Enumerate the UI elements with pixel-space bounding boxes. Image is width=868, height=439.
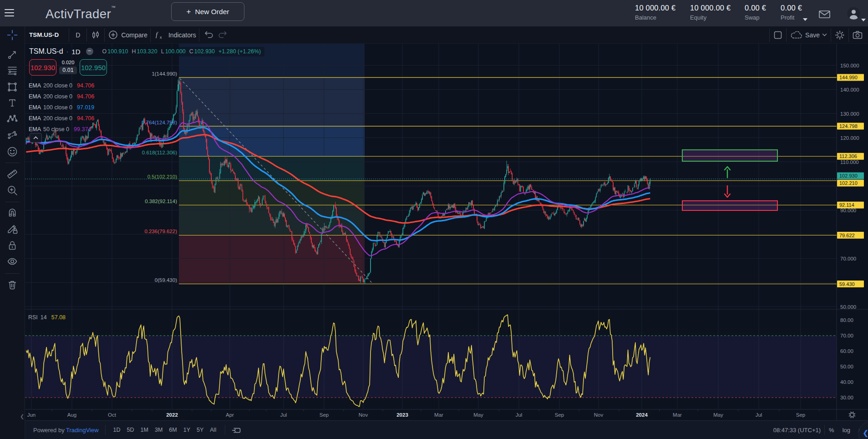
indicator-value: 99.374 (74, 126, 91, 133)
indicator-name: EMA (29, 104, 41, 111)
layout-button[interactable] (770, 26, 786, 44)
range-1y[interactable]: 1Y (181, 425, 193, 434)
save-button[interactable]: Save (787, 31, 831, 39)
ohlc-key: L (161, 48, 164, 55)
cloud-icon (791, 31, 803, 39)
go-to-date-button[interactable] (232, 426, 241, 434)
chart-style-button[interactable] (87, 26, 104, 44)
timeframe-button[interactable]: D (69, 26, 86, 44)
legend-symbol[interactable]: TSM.US-d (29, 47, 63, 56)
time-tick: 2024 (636, 412, 648, 418)
range-6m[interactable]: 6M (166, 425, 179, 434)
tool-trend-line-icon[interactable]: .s{stroke:#8b93a0;fill:none;stroke-width… (6, 48, 19, 61)
tool-zoom-in-icon[interactable]: .s{stroke:#8b93a0;fill:none;stroke-width… (6, 184, 19, 197)
rsi-band (25, 336, 837, 398)
time-tick: Jul (516, 412, 523, 418)
price-tick: 140.000 (840, 87, 859, 92)
stat-value: 10 000.00 € (635, 4, 675, 12)
axis-price-label: 79.622 (839, 233, 855, 238)
hide-indicator-icon[interactable]: − (86, 48, 93, 55)
profit-caret-icon[interactable] (803, 18, 807, 21)
tool-draw-lock-icon[interactable]: .s{stroke:#8b93a0;fill:none;stroke-width… (6, 222, 19, 235)
quote-panel: 102.930 0.020 0.01 102.950 (29, 59, 107, 76)
sell-bid-button[interactable]: 102.930 (29, 59, 56, 76)
chevron-up-icon (33, 136, 38, 139)
price-tick: 110.000 (840, 159, 859, 165)
mail-icon[interactable] (819, 10, 830, 20)
symbol-toolbar: TSM.US-D D Compare fx Indicators (25, 26, 868, 44)
indicator-value: 94.706 (77, 115, 94, 122)
tick-value: 0.01 (59, 66, 76, 74)
ohlc-value: 100.000 (165, 48, 186, 55)
tool-remove-all-icon[interactable]: .s{stroke:#8b93a0;fill:none;stroke-width… (6, 278, 19, 291)
time-tick: Aug (67, 412, 76, 418)
chart-footer: Powered by TradingView 1D5D1M3M6M1Y5YAll… (25, 420, 868, 439)
chart-settings-button[interactable] (831, 26, 848, 44)
indicator-params: 50 close 0 (43, 126, 69, 133)
account-stat-equity: 10 000.00 €Equity (690, 4, 731, 21)
tool-xabcd-pattern-icon[interactable]: .s{stroke:#8b93a0;fill:none;stroke-width… (6, 112, 19, 125)
time-tick: Jun (27, 412, 36, 418)
buy-ask-button[interactable]: 102.950 (80, 59, 107, 76)
log-scale-button[interactable]: log (838, 427, 854, 434)
undo-button[interactable] (199, 26, 216, 44)
hamburger-menu-icon[interactable] (5, 9, 14, 16)
range-5y[interactable]: 5Y (194, 425, 206, 434)
tool-magnet-icon[interactable]: .s{stroke:#8b93a0;fill:none;stroke-width… (6, 206, 19, 219)
indicators-button[interactable]: fx Indicators (151, 26, 199, 44)
ohlc-key: C (189, 48, 193, 55)
redo-button[interactable] (216, 26, 232, 44)
price-chart[interactable]: 1(144.990)0.764(124.798)0.618(112.306)0.… (25, 44, 868, 423)
supply-zone (682, 150, 777, 161)
time-tick: Apr (226, 412, 234, 418)
indicator-row[interactable]: EMA100 close 097.019 (29, 102, 94, 113)
range-1d[interactable]: 1D (111, 425, 123, 434)
chart-legend: TSM.US-d · 1D − O100.910H103.320L100.000… (27, 47, 264, 56)
price-tick: 150.000 (840, 63, 859, 68)
tool-text-icon[interactable]: .s{stroke:#8b93a0;fill:none;stroke-width… (6, 97, 19, 109)
stat-value: 0.00 € (781, 4, 802, 12)
indicator-legend: EMA200 close 094.706EMA200 close 094.706… (29, 80, 94, 135)
legend-timeframe: 1D (71, 48, 80, 56)
avatar-caret-icon[interactable] (861, 19, 866, 21)
axis-price-label: 144.990 (839, 75, 858, 80)
time-tick: Mar (434, 412, 443, 418)
legend-change: +1.280 (+1.26%) (218, 48, 261, 55)
range-1m[interactable]: 1M (138, 425, 151, 434)
range-3m[interactable]: 3M (152, 425, 165, 434)
tradingview-link[interactable]: TradingView (66, 427, 99, 434)
rsi-tick: 50.00 (840, 364, 853, 369)
rsi-tick: 60.00 (840, 348, 853, 354)
compare-plus-icon (108, 30, 118, 40)
tool-lock-all-icon[interactable]: .s{stroke:#8b93a0;fill:none;stroke-width… (6, 239, 19, 252)
range-5d[interactable]: 5D (124, 425, 137, 434)
tool-emoji-icon[interactable]: .s{stroke:#8b93a0;fill:none;stroke-width… (6, 145, 19, 158)
stat-label: Balance (635, 14, 675, 21)
indicator-row[interactable]: EMA200 close 094.706 (29, 91, 94, 102)
indicator-value: 97.019 (77, 104, 94, 111)
tool-shapes-icon[interactable]: .s{stroke:#8b93a0;fill:none;stroke-width… (6, 81, 19, 93)
tool-forecast-icon[interactable]: .s{stroke:#8b93a0;fill:none;stroke-width… (6, 129, 19, 142)
symbol-search-button[interactable]: TSM.US-D (25, 26, 69, 44)
collapse-legend-button[interactable] (30, 133, 42, 143)
indicator-row[interactable]: EMA200 close 094.706 (29, 80, 94, 91)
range-all[interactable]: All (207, 425, 219, 434)
collapse-toolbar-icon[interactable]: ❮ (20, 413, 24, 419)
tool-hide-all-icon[interactable]: .s{stroke:#8b93a0;fill:none;stroke-width… (6, 255, 19, 268)
user-avatar[interactable] (847, 7, 860, 22)
rsi-legend: RSI 14 57.08 (28, 314, 66, 321)
indicator-params: 200 close 0 (43, 93, 72, 100)
clock[interactable]: 08:47:33 (UTC+1) (773, 427, 824, 434)
gear-icon (835, 30, 845, 40)
snapshot-button[interactable] (849, 26, 868, 44)
indicator-row[interactable]: EMA200 close 094.706 (29, 113, 94, 124)
tool-measure-icon[interactable]: .s{stroke:#8b93a0;fill:none;stroke-width… (6, 168, 19, 180)
time-tick: Jul (756, 412, 762, 418)
compare-button[interactable]: Compare (105, 26, 150, 44)
tool-fib-retracement-icon[interactable]: .s{stroke:#8b93a0;fill:none;stroke-width… (6, 64, 19, 77)
new-order-button[interactable]: +New Order (171, 2, 244, 21)
percent-scale-button[interactable]: % (825, 427, 838, 434)
chevron-down-icon (822, 33, 827, 36)
tool-crosshair-icon[interactable]: .s{stroke:#8b93a0;fill:none;stroke-width… (6, 29, 19, 41)
indicator-name: EMA (29, 93, 41, 100)
